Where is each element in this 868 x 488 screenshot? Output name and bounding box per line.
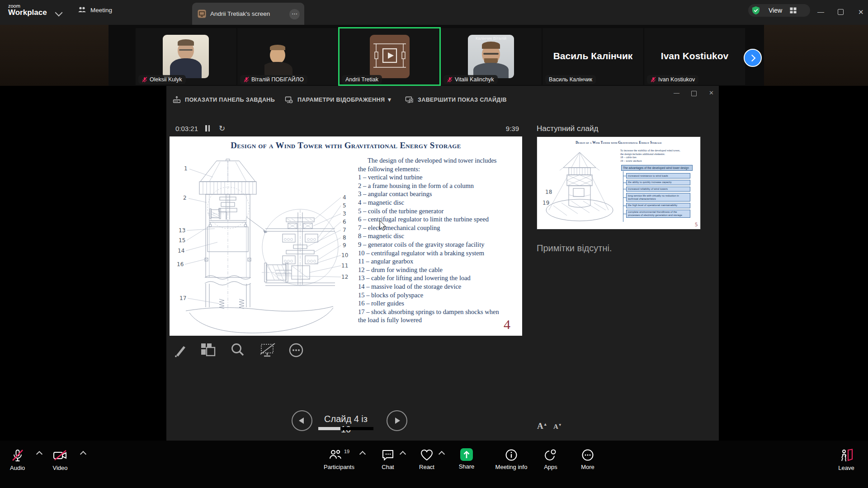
participant-name: Oleksii Kulyk bbox=[150, 76, 182, 83]
font-bigger-label: A bbox=[537, 421, 543, 431]
window-restore-button[interactable] bbox=[838, 9, 844, 15]
more-slideshow-options-icon[interactable] bbox=[288, 342, 304, 358]
participant-tile-vitalii-pobihailo[interactable]: Віталій ПОБІГАЙЛО bbox=[237, 28, 338, 85]
meeting-tab-label: Meeting bbox=[90, 7, 112, 14]
mic-off-icon bbox=[244, 77, 249, 83]
figure-callout: 6 bbox=[343, 219, 346, 225]
view-control[interactable]: View bbox=[748, 4, 810, 17]
next-slide-thumbnail[interactable]: Design of a Wind Tower with Gravitationa… bbox=[537, 136, 701, 230]
participants-button[interactable]: 19 Participants bbox=[321, 449, 357, 470]
leave-label: Leave bbox=[838, 465, 854, 471]
heart-icon bbox=[420, 449, 434, 461]
slide-progress-bar bbox=[318, 427, 373, 430]
advantages-connector-line bbox=[623, 171, 623, 222]
end-slideshow-button[interactable]: ЗАВЕРШИТИ ПОКАЗ СЛАЙДІВ bbox=[405, 96, 507, 104]
participant-name: Ivan Kostiukov bbox=[658, 76, 695, 83]
font-smaller-label: A bbox=[553, 423, 558, 430]
gallery-grid-icon bbox=[790, 7, 797, 14]
window-minimize-button[interactable]: — bbox=[817, 8, 824, 15]
participant-center-name: Василь Калінчик bbox=[542, 51, 643, 61]
pause-timer-button[interactable] bbox=[205, 125, 211, 131]
figure-callout: 14 bbox=[178, 248, 184, 254]
thumb-callout-19: 19 bbox=[542, 200, 549, 206]
video-options-chevron[interactable] bbox=[80, 451, 86, 457]
figure-callout: 15 bbox=[179, 237, 185, 244]
tab-more-options-icon[interactable]: ⋯ bbox=[289, 9, 300, 19]
participants-icon bbox=[329, 449, 342, 461]
tab-shared-screen[interactable]: Andrii Tretiak's screen ⋯ bbox=[192, 3, 304, 25]
figure-callout: 3 bbox=[343, 211, 346, 217]
participant-tile-oleksii-kulyk[interactable]: Oleksii Kulyk bbox=[136, 28, 236, 85]
participant-tile-vasyl-kalinchyk[interactable]: Василь Калінчик Василь Калінчик bbox=[542, 28, 643, 85]
list-item: the ability to quickly increase capacity bbox=[626, 180, 690, 185]
react-button[interactable]: React bbox=[414, 449, 439, 470]
list-item: 15 – blocks of polyspace bbox=[358, 291, 504, 300]
advantages-list: increased resistance to wind loadsthe ab… bbox=[626, 173, 690, 218]
participants-options-chevron[interactable] bbox=[359, 451, 366, 457]
participant-name-chip: Ivan Kostiukov bbox=[647, 75, 698, 84]
display-settings-button[interactable]: ПАРАМЕТРИ ВІДОБРАЖЕННЯ ▼ bbox=[285, 96, 392, 104]
end-slideshow-label: ЗАВЕРШИТИ ПОКАЗ СЛАЙДІВ bbox=[418, 97, 507, 103]
participant-name: Andrii Tretiak bbox=[345, 76, 378, 83]
participant-video: Калінчик Віталій bbox=[468, 35, 514, 78]
previous-slide-button[interactable] bbox=[292, 410, 312, 431]
presenter-tools bbox=[172, 341, 326, 359]
tab-meeting[interactable]: Meeting bbox=[78, 6, 112, 14]
zoom-slide-icon[interactable] bbox=[230, 342, 246, 358]
next-slide-title: Design of a Wind Tower with Gravitationa… bbox=[537, 141, 700, 145]
participant-tile-ivan-kostiukov[interactable]: Ivan Kostiukov Ivan Kostiukov bbox=[644, 28, 745, 85]
list-item: 17 – shock absorbing springs to dampen s… bbox=[358, 308, 504, 324]
figure-callout: 5 bbox=[343, 202, 346, 209]
slide-intro-line2: the following elements: bbox=[358, 165, 504, 174]
ppt-close-button[interactable]: ✕ bbox=[709, 89, 714, 96]
video-strip: Oleksii Kulyk Віталій ПОБІГАЙЛО bbox=[0, 25, 868, 86]
participants-count-badge: 19 bbox=[344, 449, 349, 454]
next-slide-button[interactable] bbox=[387, 410, 407, 431]
next-slide-heading: Наступний слайд bbox=[537, 124, 598, 133]
meeting-info-button[interactable]: Meeting info bbox=[491, 449, 532, 470]
react-options-chevron[interactable] bbox=[439, 451, 445, 457]
ppt-restore-button[interactable] bbox=[691, 91, 697, 96]
chat-button[interactable]: Chat bbox=[375, 449, 401, 470]
mouse-cursor bbox=[379, 221, 387, 231]
figure-callout: 4 bbox=[343, 194, 346, 201]
zoom-workplace-logo: zoom Workplace bbox=[8, 4, 47, 17]
participant-tile-vitalii-kalinchyk[interactable]: Калінчик Віталій Vitalii Kalinchyk bbox=[441, 28, 542, 85]
restart-timer-button[interactable]: ↻ bbox=[219, 124, 225, 133]
video-button[interactable]: Video bbox=[52, 449, 68, 471]
black-screen-icon[interactable] bbox=[259, 342, 277, 358]
share-screen-icon bbox=[460, 448, 473, 461]
workspace-chevron-down-icon[interactable] bbox=[55, 9, 63, 17]
slide-position-label: Слайд 4 із 10 bbox=[318, 414, 373, 435]
circuit-diagram-icon bbox=[370, 35, 410, 78]
chat-options-chevron[interactable] bbox=[400, 451, 406, 457]
ppt-minimize-button[interactable]: — bbox=[674, 89, 679, 96]
more-icon bbox=[581, 449, 594, 461]
taskbar-icon bbox=[173, 96, 181, 104]
audio-button[interactable]: Audio bbox=[10, 449, 25, 471]
window-close-button[interactable]: ✕ bbox=[858, 9, 864, 15]
next-arrow-icon bbox=[395, 418, 400, 424]
participant-tile-andrii-tretiak-sharing[interactable]: Andrii Tretiak bbox=[339, 28, 440, 85]
pen-tool-icon[interactable] bbox=[172, 342, 188, 358]
people-icon bbox=[78, 6, 86, 14]
show-taskbar-button[interactable]: ПОКАЗАТИ ПАНЕЛЬ ЗАВДАНЬ bbox=[173, 96, 275, 104]
next-participants-page-button[interactable] bbox=[744, 49, 762, 67]
audio-options-chevron[interactable] bbox=[36, 451, 42, 457]
display-settings-label: ПАРАМЕТРИ ВІДОБРАЖЕННЯ ▼ bbox=[297, 97, 392, 103]
more-button[interactable]: More bbox=[576, 449, 599, 470]
meeting-info-label: Meeting info bbox=[495, 464, 528, 470]
apps-button[interactable]: Apps bbox=[539, 449, 562, 470]
mic-off-icon bbox=[651, 77, 656, 83]
participant-name-chip: Andrii Tretiak bbox=[342, 75, 382, 84]
in-video-name-overlay: Калінчик Віталій bbox=[468, 36, 514, 41]
see-all-slides-icon[interactable] bbox=[200, 342, 217, 358]
decrease-notes-font-button[interactable]: A▼ bbox=[553, 423, 562, 431]
leave-button[interactable]: Leave bbox=[835, 449, 858, 471]
list-item: 5 – coils of the turbine generator bbox=[358, 207, 504, 216]
participant-video bbox=[264, 35, 311, 78]
logo-workplace-text: Workplace bbox=[8, 9, 47, 17]
share-button[interactable]: Share bbox=[455, 448, 478, 470]
slide-number: 4 bbox=[504, 317, 510, 332]
increase-notes-font-button[interactable]: A▲ bbox=[537, 421, 547, 431]
